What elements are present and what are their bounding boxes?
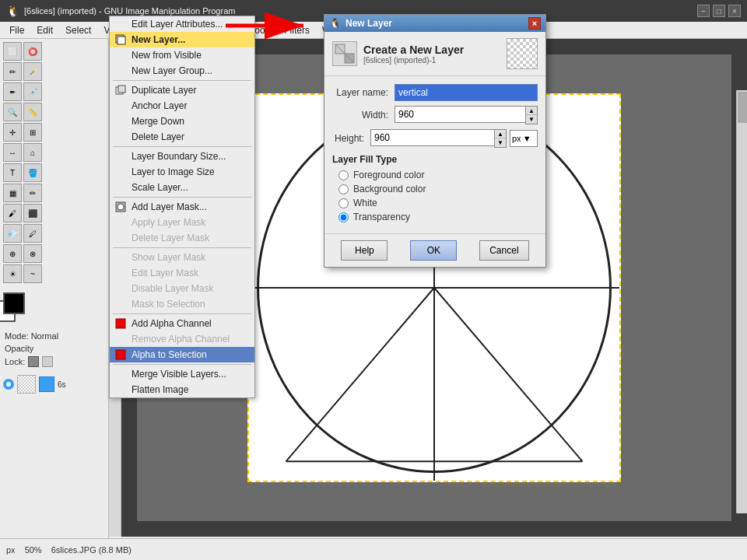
radio-white[interactable] — [338, 198, 349, 208]
tool-shear[interactable]: ⌂ — [23, 143, 42, 162]
tool-smudge[interactable]: ~ — [23, 264, 42, 283]
tool-color-picker[interactable]: 💉 — [23, 82, 42, 101]
tool-eraser[interactable]: ⬛ — [23, 204, 42, 222]
close-button[interactable]: × — [728, 5, 741, 17]
radio-foreground-row: Foreground color — [332, 170, 538, 180]
ok-button[interactable]: OK — [410, 240, 457, 261]
duplicate-layer-icon — [114, 84, 127, 96]
svg-rect-11 — [116, 350, 125, 359]
dialog-title-text: New Layer — [345, 18, 392, 29]
tool-clone[interactable]: ⊕ — [3, 244, 22, 263]
ctx-edit-layer-mask: Edit Layer Mask — [110, 265, 254, 281]
tool-blend[interactable]: ▦ — [3, 184, 22, 202]
radio-background-row: Background color — [332, 184, 538, 194]
ctx-delete-layer[interactable]: Delete Layer — [110, 129, 254, 145]
red-arrow — [222, 12, 315, 40]
width-spinner-group: ▲ ▼ — [395, 106, 538, 124]
width-up-button[interactable]: ▲ — [526, 107, 537, 115]
ctx-merge-down[interactable]: Merge Down — [110, 114, 254, 129]
new-from-visible-icon — [114, 49, 127, 61]
width-input[interactable] — [395, 106, 525, 123]
svg-line-1 — [286, 288, 434, 461]
radio-foreground[interactable] — [338, 170, 349, 180]
dialog-close-button[interactable]: × — [528, 17, 541, 30]
ctx-layer-boundary-size[interactable]: Layer Boundary Size... — [110, 149, 254, 164]
apply-layer-mask-icon — [114, 216, 127, 229]
menu-select[interactable]: Select — [59, 23, 97, 37]
scrollbar-thumb[interactable] — [738, 92, 747, 123]
radio-background[interactable] — [338, 184, 349, 194]
layer-visible-icon[interactable] — [3, 379, 14, 390]
height-down-button[interactable]: ▼ — [495, 138, 506, 147]
svg-rect-7 — [118, 86, 125, 93]
tool-brush[interactable]: 🖌 — [3, 204, 22, 222]
tool-rect-select[interactable]: ⬜ — [3, 42, 22, 61]
layer-name-input[interactable] — [395, 84, 538, 101]
tool-bucket[interactable]: 🪣 — [23, 163, 42, 182]
radio-foreground-label: Foreground color — [353, 170, 424, 180]
tool-move[interactable]: ✛ — [3, 123, 22, 142]
scrollbar-vertical[interactable] — [736, 90, 747, 513]
menu-file[interactable]: File — [3, 23, 30, 37]
ctx-merge-visible[interactable]: Merge Visible Layers... — [110, 366, 254, 382]
tool-airbrush[interactable]: 💨 — [3, 224, 22, 243]
height-up-button[interactable]: ▲ — [495, 130, 506, 138]
svg-rect-5 — [117, 37, 125, 44]
ctx-duplicate-layer[interactable]: Duplicate Layer — [110, 82, 254, 98]
ctx-scale-layer[interactable]: Scale Layer... — [110, 180, 254, 195]
foreground-color-swatch[interactable] — [3, 292, 25, 314]
tool-zoom[interactable]: 🔍 — [3, 103, 22, 121]
ctx-show-layer-mask: Show Layer Mask — [110, 250, 254, 265]
tool-text[interactable]: T — [3, 163, 22, 182]
unit-label: px — [512, 134, 521, 143]
width-label: Width: — [332, 110, 395, 121]
ctx-alpha-to-selection[interactable]: Alpha to Selection — [110, 347, 254, 362]
ctx-new-from-visible[interactable]: New from Visible — [110, 47, 254, 63]
ctx-add-layer-mask[interactable]: Add Layer Mask... — [110, 199, 254, 215]
tool-transform[interactable]: ↔ — [3, 143, 22, 162]
ctx-remove-alpha-channel: Remove Alpha Channel — [110, 331, 254, 347]
ctx-sep-3 — [113, 197, 251, 198]
dialog-body: Layer name: Width: ▲ ▼ Hei — [324, 76, 545, 233]
menu-edit[interactable]: Edit — [30, 23, 59, 37]
ctx-anchor-layer[interactable]: Anchor Layer — [110, 98, 254, 114]
tool-pencil[interactable]: ✏ — [23, 184, 42, 202]
svg-point-9 — [117, 204, 124, 210]
new-layer-group-icon — [114, 65, 127, 77]
ctx-new-layer-group[interactable]: New Layer Group... — [110, 63, 254, 79]
ctx-layer-to-image-size[interactable]: Layer to Image Size — [110, 164, 254, 180]
lock-line: Lock: — [0, 355, 108, 369]
maximize-button[interactable]: □ — [713, 5, 725, 17]
tool-align[interactable]: ⊞ — [23, 123, 42, 142]
svg-line-2 — [434, 288, 582, 461]
height-spinner-group: ▲ ▼ — [370, 129, 507, 148]
minimize-button[interactable]: − — [697, 5, 710, 17]
width-down-button[interactable]: ▼ — [526, 115, 537, 124]
dialog-header-icon — [332, 41, 357, 66]
ctx-flatten-image[interactable]: Flatten Image — [110, 382, 254, 397]
unit-dropdown[interactable]: px ▼ — [510, 130, 538, 147]
tool-measure[interactable]: 📏 — [23, 103, 42, 121]
radio-transparency-row: Transparency — [332, 212, 538, 222]
layer-name-label: Layer name: — [332, 87, 395, 98]
tool-fuzzy-select[interactable]: 🪄 — [23, 62, 42, 81]
tool-ellipse-select[interactable]: ⭕ — [23, 42, 42, 61]
alpha-to-selection-icon — [114, 348, 127, 361]
lock-icon[interactable] — [28, 356, 39, 367]
ctx-sep-2 — [113, 146, 251, 147]
height-spinner: ▲ ▼ — [494, 129, 507, 148]
lock-alpha-icon[interactable] — [42, 356, 53, 367]
tool-heal[interactable]: ⊗ — [23, 244, 42, 263]
ctx-disable-layer-mask: Disable Layer Mask — [110, 281, 254, 296]
dialog-header-text: Create a New Layer [6slices] (imported)-… — [363, 44, 500, 65]
height-input[interactable] — [370, 129, 494, 146]
ctx-add-alpha-channel[interactable]: Add Alpha Channel — [110, 316, 254, 331]
tool-dodge[interactable]: ☀ — [3, 264, 22, 283]
tool-free-select[interactable]: ✏ — [3, 62, 22, 81]
cancel-button[interactable]: Cancel — [479, 240, 528, 261]
tool-ink[interactable]: 🖊 — [23, 224, 42, 243]
radio-transparency[interactable] — [338, 212, 349, 222]
tool-paths[interactable]: ✒ — [3, 82, 22, 101]
help-button[interactable]: Help — [341, 240, 388, 261]
dialog-app-icon: 🐧 — [329, 18, 341, 29]
